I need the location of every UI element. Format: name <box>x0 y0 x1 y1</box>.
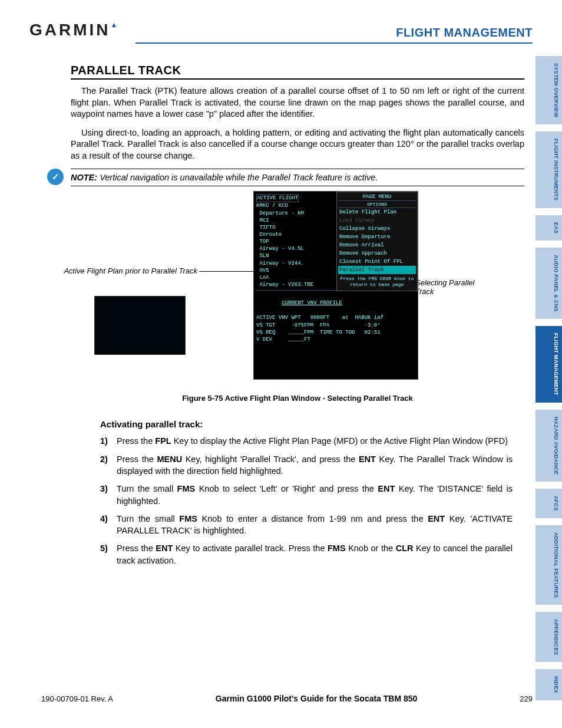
side-tab[interactable]: SYSTEM OVERVIEW <box>535 56 562 124</box>
step-number: 1) <box>100 435 112 447</box>
section-rule <box>71 78 524 80</box>
figure-caption: Figure 5-75 Active Flight Plan Window - … <box>71 394 524 403</box>
vnv-title: CURRENT VNV PROFILE <box>282 299 342 307</box>
mfd-thumbnail <box>94 296 186 355</box>
figure-area: Active Flight Plan prior to Parallel Tra… <box>71 191 524 391</box>
step-text: Press the MENU Key, highlight 'Parallel … <box>117 453 513 477</box>
section-title: PARALLEL TRACK <box>71 64 524 77</box>
footer-title: Garmin G1000 Pilot's Guide for the Socat… <box>216 694 418 703</box>
page-menu: PAGE MENU OPTIONS Delete Flight PlanLoad… <box>336 192 418 291</box>
page-footer: 190-00709-01 Rev. A Garmin G1000 Pilot's… <box>41 694 533 703</box>
menu-item[interactable]: Remove Departure <box>338 233 416 241</box>
procedure-step: 5)Press the ENT Key to activate parallel… <box>100 542 513 566</box>
procedure-step: 4)Turn the small FMS Knob to enter a dis… <box>100 513 513 537</box>
footer-docnum: 190-00709-01 Rev. A <box>41 694 113 703</box>
garmin-logo: GARMIN▲ <box>29 21 120 39</box>
side-tab[interactable]: ADDITIONAL FEATURES <box>535 525 562 605</box>
footer-pagenum: 229 <box>520 694 533 703</box>
header-rule <box>135 42 533 44</box>
procedure-step: 2)Press the MENU Key, highlight 'Paralle… <box>100 453 513 477</box>
callout-active-fpl: Active Flight Plan prior to Parallel Tra… <box>50 266 197 275</box>
callout-parallel-track: Selecting Parallel Track <box>415 278 480 296</box>
side-tab[interactable]: HAZARD AVOIDANCE <box>535 410 562 482</box>
procedure-steps: 1)Press the FPL Key to display the Activ… <box>100 435 513 566</box>
menu-item: Load Airway <box>338 216 416 225</box>
menu-item[interactable]: Closest Point Of FPL <box>338 258 416 266</box>
procedure-title: Activating parallel track: <box>100 419 524 429</box>
step-number: 2) <box>100 453 112 477</box>
menu-item[interactable]: Remove Approach <box>338 249 416 258</box>
menu-item[interactable]: Collapse Airways <box>338 225 416 233</box>
note-body: Vertical navigation is unavailable while… <box>97 173 378 182</box>
menu-item[interactable]: Remove Arrival <box>338 241 416 249</box>
step-number: 3) <box>100 483 112 507</box>
side-tab[interactable]: AUDIO PANEL & CNS <box>535 248 562 319</box>
step-text: Turn the small FMS Knob to enter a dista… <box>117 513 513 537</box>
vnv-row: VS TGT -975FPM FPA -3.0° <box>256 322 415 329</box>
section-header-title: FLIGHT MANAGEMENT <box>396 26 533 39</box>
menu-item[interactable]: Delete Flight Plan <box>338 208 416 216</box>
vnv-row: V DEV _____FT <box>256 336 415 343</box>
side-tab[interactable]: EAS <box>535 215 562 241</box>
page-content: PARALLEL TRACK The Parallel Track (PTK) … <box>71 64 524 572</box>
para-2: Using direct-to, loading an approach, a … <box>71 127 524 162</box>
callout-left-arrow <box>199 271 253 272</box>
side-tab[interactable]: FLIGHT INSTRUMENTS <box>535 131 562 207</box>
page-header: GARMIN▲ FLIGHT MANAGEMENT <box>29 21 533 39</box>
panel-title: ACTIVE FLIGHT <box>256 194 299 202</box>
step-text: Turn the small FMS Knob to select 'Left'… <box>117 483 513 507</box>
side-tabs: SYSTEM OVERVIEWFLIGHT INSTRUMENTSEASAUDI… <box>535 56 562 700</box>
active-flight-plan-panel: ACTIVE FLIGHT KMKC / KCO Departure - KM … <box>253 191 418 380</box>
note-lead: NOTE: <box>71 173 97 182</box>
vnv-row: VS REQ _____FPM TIME TO TOD 02:51 <box>256 329 415 336</box>
menu-options-label: OPTIONS <box>338 201 416 208</box>
step-text: Press the ENT Key to activate parallel t… <box>117 542 513 566</box>
side-tab[interactable]: APPENDICES <box>535 612 562 663</box>
step-text: Press the FPL Key to display the Active … <box>117 435 508 447</box>
step-number: 5) <box>100 542 112 566</box>
side-tab[interactable]: AFCS <box>535 489 562 518</box>
menu-title: PAGE MENU <box>338 193 416 201</box>
note-icon: ✓ <box>47 169 64 185</box>
side-tab[interactable]: FLIGHT MANAGEMENT <box>535 326 562 403</box>
para-1: The Parallel Track (PTK) feature allows … <box>71 85 524 120</box>
step-number: 4) <box>100 513 112 537</box>
menu-hint: Press the FMS CRSR knob to return to bas… <box>338 274 416 289</box>
logo-text: GARMIN <box>29 21 111 39</box>
menu-item[interactable]: Parallel Track <box>338 266 416 274</box>
note-text: NOTE: Vertical navigation is unavailable… <box>71 169 524 186</box>
side-tab[interactable]: INDEX <box>535 669 562 700</box>
procedure-step: 3)Turn the small FMS Knob to select 'Lef… <box>100 483 513 507</box>
note-block: ✓ NOTE: Vertical navigation is unavailab… <box>47 169 524 186</box>
procedure-step: 1)Press the FPL Key to display the Activ… <box>100 435 513 447</box>
logo-triangle-icon: ▲ <box>111 21 120 29</box>
vnv-row: ACTIVE VNV WPT 9000FT at HABUK iaf <box>256 314 415 321</box>
